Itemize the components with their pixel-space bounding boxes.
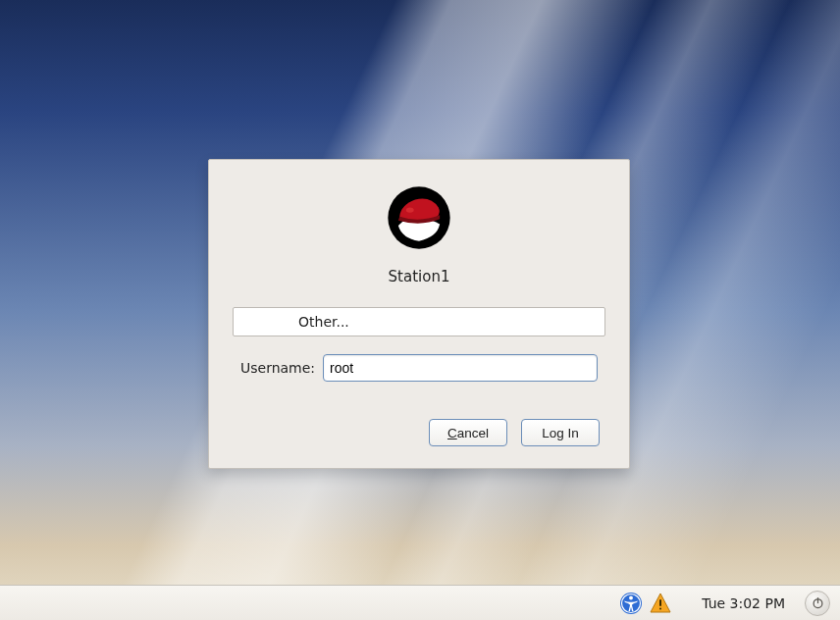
username-input[interactable] (323, 354, 598, 382)
username-label: Username: (240, 360, 315, 376)
accessibility-icon[interactable] (619, 592, 643, 615)
user-list-selected[interactable]: Other... (233, 307, 605, 336)
login-panel: Station1 Other... Username: Cancel Log I… (208, 159, 630, 469)
power-button[interactable] (805, 591, 830, 616)
svg-rect-5 (659, 599, 661, 606)
cancel-mnemonic: C (447, 426, 457, 440)
svg-point-4 (629, 595, 633, 599)
desktop-background: Station1 Other... Username: Cancel Log I… (0, 0, 840, 620)
cancel-button[interactable]: Cancel (429, 419, 507, 446)
username-row: Username: (233, 354, 605, 382)
svg-point-1 (406, 207, 414, 212)
logo-container (233, 185, 605, 250)
hostname-label: Station1 (233, 268, 605, 285)
clock-label[interactable]: Tue 3:02 PM (702, 595, 785, 611)
login-button[interactable]: Log In (521, 419, 600, 446)
button-row: Cancel Log In (233, 419, 605, 446)
redhat-logo-icon (387, 185, 451, 250)
cancel-rest: ancel (457, 426, 489, 440)
bottom-panel: Tue 3:02 PM (0, 585, 840, 620)
svg-rect-6 (659, 607, 661, 609)
warning-icon[interactable] (649, 592, 672, 615)
